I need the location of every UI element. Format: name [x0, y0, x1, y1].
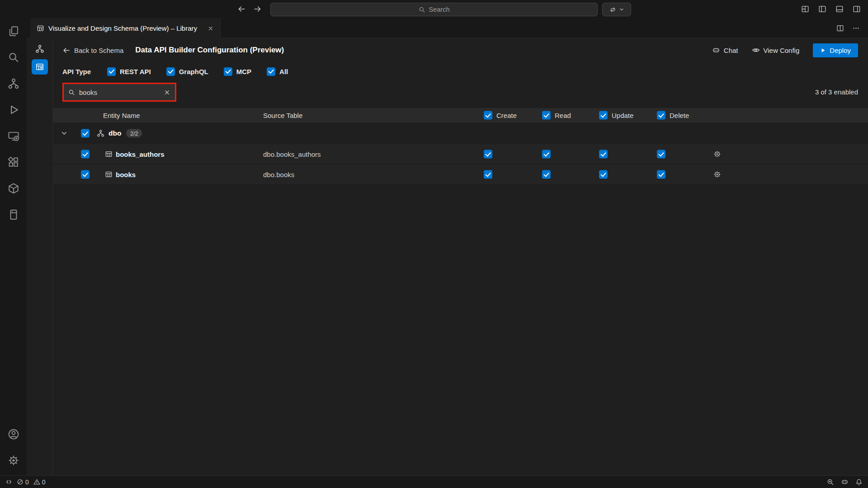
server-icon[interactable] — [3, 204, 24, 225]
source-table: dbo.books — [263, 171, 294, 178]
search-sidebar-icon[interactable] — [3, 47, 24, 68]
account-icon[interactable] — [3, 423, 24, 445]
entity-name: books_authors — [116, 150, 165, 158]
rest-api-label: REST API — [120, 68, 151, 75]
panel-left-icon[interactable] — [818, 5, 826, 13]
view-config-button[interactable]: View Config — [752, 46, 800, 54]
remote-indicator-icon[interactable] — [5, 479, 12, 485]
chat-button[interactable]: Chat — [712, 46, 738, 54]
command-center-extra-button[interactable] — [602, 3, 631, 16]
read-all-checkbox[interactable] — [542, 111, 551, 120]
schema-designer-tab-icon — [37, 24, 44, 32]
filter-rest-api[interactable]: REST API — [107, 67, 151, 76]
schema-group-row[interactable]: dbo 2/2 — [52, 122, 868, 144]
repeat-icon — [609, 6, 616, 13]
copilot-status-icon[interactable] — [841, 478, 849, 486]
back-arrow-icon — [62, 47, 70, 54]
activity-bar — [0, 18, 27, 476]
row-create-checkbox[interactable] — [484, 170, 492, 179]
filter-graphql[interactable]: GraphQL — [166, 67, 208, 76]
chevron-down-icon[interactable] — [61, 130, 68, 137]
panel-right-icon[interactable] — [853, 5, 861, 13]
notifications-bell-icon[interactable] — [855, 479, 863, 486]
settings-gear-icon[interactable] — [3, 450, 24, 471]
explorer-icon[interactable] — [3, 20, 24, 42]
problems-errors[interactable]: 0 — [17, 479, 29, 486]
back-to-schema-button[interactable]: Back to Schema — [62, 47, 123, 54]
title-bar: Search — [0, 0, 868, 18]
warning-icon — [33, 479, 40, 485]
database-projects-icon[interactable] — [3, 178, 24, 199]
update-header-label: Update — [612, 112, 633, 119]
row-update-checkbox[interactable] — [599, 170, 608, 179]
remote-disconnect-icon[interactable] — [3, 125, 24, 147]
entity-name: books — [116, 171, 136, 178]
mcp-checkbox[interactable] — [224, 67, 232, 76]
row-read-checkbox[interactable] — [542, 150, 551, 159]
row-create-checkbox[interactable] — [484, 150, 492, 159]
run-debug-icon[interactable] — [3, 99, 24, 121]
all-checkbox[interactable] — [267, 67, 275, 76]
tab-visualize-design-schema[interactable]: Visualize and Design Schema (Preview) – … — [30, 18, 221, 38]
group-checkbox[interactable] — [81, 129, 90, 138]
mcp-label: MCP — [236, 68, 251, 75]
api-type-label: API Type — [62, 68, 91, 75]
layout-grid-icon[interactable] — [801, 5, 809, 13]
search-placeholder: Search — [429, 6, 450, 13]
api-type-filter-row: API Type REST API GraphQL MCP All — [52, 62, 868, 81]
editor-area: Back to Schema Data API Builder Configur… — [27, 38, 868, 476]
row-checkbox[interactable] — [81, 170, 90, 179]
schema-designer-tool-button[interactable] — [32, 41, 48, 56]
forward-arrow-icon[interactable] — [254, 5, 262, 13]
problems-warnings[interactable]: 0 — [33, 479, 46, 486]
rest-api-checkbox[interactable] — [107, 67, 116, 76]
deploy-button[interactable]: Deploy — [813, 43, 858, 57]
error-count: 0 — [25, 479, 29, 486]
command-center-search[interactable]: Search — [270, 3, 598, 16]
split-editor-icon[interactable] — [836, 24, 844, 32]
table-row[interactable]: books dbo.books — [52, 164, 868, 185]
create-all-checkbox[interactable] — [484, 111, 492, 120]
panel-header: Back to Schema Data API Builder Configur… — [52, 38, 868, 62]
table-header-row: Entity Name Source Table Create Read Upd… — [52, 108, 868, 122]
row-checkbox[interactable] — [81, 150, 90, 159]
connections-icon[interactable] — [3, 73, 24, 94]
all-label: All — [279, 68, 288, 75]
delete-all-checkbox[interactable] — [657, 111, 665, 120]
read-column-header[interactable]: Read — [542, 111, 571, 120]
designer-tool-strip — [27, 38, 53, 476]
update-all-checkbox[interactable] — [599, 111, 608, 120]
filter-all[interactable]: All — [267, 67, 288, 76]
entity-search-input[interactable]: books — [64, 84, 175, 100]
panel-bottom-icon[interactable] — [835, 5, 844, 13]
more-actions-icon[interactable] — [852, 24, 860, 32]
tab-title: Visualize and Design Schema (Preview) – … — [48, 24, 197, 32]
read-header-label: Read — [555, 112, 571, 119]
dab-config-tool-button[interactable] — [32, 59, 48, 75]
filter-mcp[interactable]: MCP — [224, 67, 251, 76]
tab-bar: Visualize and Design Schema (Preview) – … — [27, 18, 868, 38]
row-settings-gear-icon[interactable] — [713, 171, 721, 178]
create-header-label: Create — [496, 112, 517, 119]
schema-icon — [97, 130, 104, 137]
clear-search-icon[interactable] — [164, 89, 170, 96]
row-delete-checkbox[interactable] — [657, 170, 665, 179]
graphql-checkbox[interactable] — [166, 67, 175, 76]
row-update-checkbox[interactable] — [599, 150, 608, 159]
delete-column-header[interactable]: Delete — [657, 111, 689, 120]
tab-close-icon[interactable] — [208, 25, 214, 32]
extensions-icon[interactable] — [3, 151, 24, 173]
copilot-icon — [712, 46, 720, 54]
entities-table: Entity Name Source Table Create Read Upd… — [52, 108, 868, 185]
back-label: Back to Schema — [74, 47, 123, 54]
zoom-in-icon[interactable] — [827, 479, 834, 486]
create-column-header[interactable]: Create — [484, 111, 517, 120]
row-settings-gear-icon[interactable] — [713, 150, 721, 158]
back-arrow-icon[interactable] — [237, 5, 245, 13]
table-row[interactable]: books_authors dbo.books_authors — [52, 144, 868, 164]
table-icon — [105, 171, 113, 178]
row-read-checkbox[interactable] — [542, 170, 551, 179]
group-name: dbo — [108, 129, 121, 137]
row-delete-checkbox[interactable] — [657, 150, 665, 159]
update-column-header[interactable]: Update — [599, 111, 633, 120]
